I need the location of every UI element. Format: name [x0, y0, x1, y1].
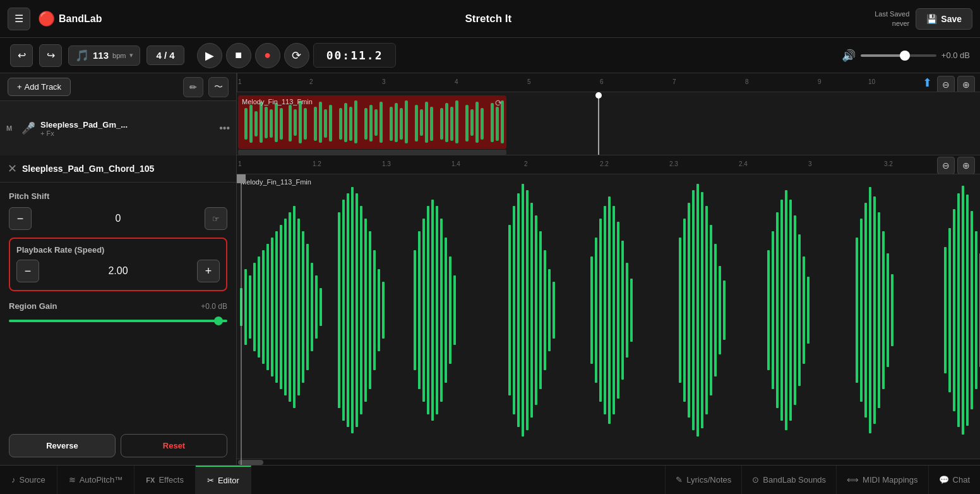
volume-db: +0.0 dB	[941, 51, 970, 60]
svg-rect-63	[338, 212, 340, 408]
svg-rect-17	[344, 103, 347, 142]
add-track-label: Add Track	[25, 82, 62, 92]
track-more-button[interactable]: •••	[219, 123, 230, 134]
tab-bandlab-sounds[interactable]: ⊙ BandLab Sounds	[741, 466, 836, 494]
reverse-button[interactable]: Reverse	[9, 434, 116, 457]
detail-ruler: 1 1.2 1.3 1.4 2 2.2 2.3 2.4 3 3.2 ⊖ ⊕	[237, 155, 980, 174]
overview-zoom-out-button[interactable]: ⊖	[937, 76, 955, 92]
svg-rect-74	[414, 250, 416, 370]
svg-rect-35	[455, 100, 458, 143]
region-gain-value: +0.0 dB	[201, 302, 227, 311]
svg-rect-70	[369, 231, 371, 389]
redo-button[interactable]: ↪	[39, 44, 62, 67]
svg-rect-108	[692, 190, 695, 430]
effects-label: Effects	[158, 475, 184, 485]
ruler-tick-3: 3	[382, 78, 386, 85]
track-type: M	[6, 124, 16, 132]
detail-tick-1.2: 1.2	[313, 160, 321, 167]
svg-rect-66	[351, 187, 354, 433]
tab-lyrics[interactable]: ✎ Lyrics/Notes	[665, 466, 741, 494]
svg-rect-94	[553, 282, 555, 339]
time-signature[interactable]: 4 / 4	[146, 45, 184, 65]
lyrics-label: Lyrics/Notes	[686, 475, 731, 485]
brand-logo-icon: 🔴	[38, 11, 55, 27]
playback-rate-controls: − 2.00 +	[16, 260, 220, 282]
reset-button[interactable]: Reset	[121, 434, 227, 457]
detail-zoom-out-button[interactable]: ⊖	[937, 157, 955, 174]
pitch-shift-value: 0	[37, 213, 200, 224]
svg-rect-31	[430, 107, 433, 141]
svg-rect-77	[427, 206, 429, 414]
svg-rect-124	[803, 256, 805, 364]
svg-rect-125	[807, 277, 810, 344]
svg-rect-4	[265, 107, 268, 138]
record-button[interactable]: ●	[255, 43, 280, 68]
svg-rect-30	[425, 102, 428, 143]
midi-icon: ⟺	[847, 475, 859, 485]
svg-rect-76	[422, 219, 425, 402]
ruler-tick-5: 5	[527, 78, 531, 85]
region-gain-slider[interactable]	[9, 320, 227, 322]
svg-rect-127	[860, 219, 863, 402]
svg-rect-47	[253, 263, 256, 351]
overview-zoom-in-button[interactable]: ⊕	[957, 76, 975, 92]
detail-panel: ✕ Sleepless_Pad_Gm_Chord_105 Pitch Shift…	[0, 155, 980, 465]
overview-clip[interactable]: Melody_Fin_113_Fmin ⟳	[238, 95, 506, 149]
svg-rect-85	[513, 206, 515, 414]
scroll-region-indicator	[238, 150, 506, 155]
svg-rect-21	[369, 105, 373, 142]
wave-tool-button[interactable]: 〜	[208, 77, 229, 97]
play-button[interactable]: ▶	[197, 43, 222, 68]
svg-rect-131	[878, 212, 880, 408]
editor-close-button[interactable]: ✕	[8, 162, 17, 176]
bottom-bar: ♪ Source ≋ AutoPitch™ FX Effects ✂ Edito…	[0, 465, 980, 494]
pitch-shift-decrease-button[interactable]: −	[9, 207, 32, 230]
tab-midi-mappings[interactable]: ⟺ MIDI Mappings	[836, 466, 928, 494]
tab-autopitch[interactable]: ≋ AutoPitch™	[57, 466, 135, 494]
detail-tick-3.2: 3.2	[884, 160, 893, 167]
undo-button[interactable]: ↩	[10, 44, 33, 67]
bpm-unit: bpm	[112, 52, 126, 59]
svg-rect-104	[630, 279, 633, 342]
svg-rect-64	[342, 200, 345, 421]
svg-rect-29	[420, 109, 423, 136]
stop-button[interactable]: ■	[226, 43, 251, 68]
playback-rate-decrease-button[interactable]: −	[16, 260, 39, 282]
loop-button[interactable]: ⟳	[284, 43, 309, 68]
detail-zoom-in-button[interactable]: ⊕	[957, 157, 975, 174]
detail-tick-3: 3	[808, 160, 812, 167]
svg-rect-113	[714, 244, 717, 377]
tab-source[interactable]: ♪ Source	[0, 466, 57, 494]
tab-editor[interactable]: ✂ Editor	[196, 466, 251, 494]
tab-chat[interactable]: 💬 Chat	[928, 466, 980, 494]
svg-rect-38	[475, 102, 479, 143]
svg-rect-55	[289, 212, 291, 402]
bpm-control[interactable]: 🎵 113 bpm ▾	[68, 45, 140, 66]
pencil-tool-button[interactable]: ✏	[183, 77, 203, 97]
svg-rect-41	[496, 107, 499, 141]
top-right-actions: Last Saved never 💾 Save	[875, 8, 972, 30]
svg-rect-111	[705, 206, 708, 414]
tab-effects[interactable]: FX Effects	[134, 466, 196, 494]
volume-slider[interactable]	[861, 54, 936, 57]
detail-tick-2.2: 2.2	[600, 160, 609, 167]
midi-label: MIDI Mappings	[863, 475, 917, 485]
menu-button[interactable]: ☰	[8, 8, 30, 30]
svg-rect-51	[271, 238, 273, 377]
detail-scrollbar[interactable]	[237, 459, 980, 465]
project-title: Stretch It	[109, 13, 867, 25]
save-button[interactable]: 💾 Save	[916, 8, 972, 30]
svg-rect-109	[696, 184, 699, 437]
svg-rect-88	[526, 190, 529, 430]
playback-rate-increase-button[interactable]: +	[197, 260, 220, 282]
pitch-shift-mode-button[interactable]: ☞	[205, 207, 227, 230]
svg-rect-133	[887, 253, 889, 367]
ruler-tick-8: 8	[745, 78, 749, 85]
pitch-shift-label: Pitch Shift	[9, 191, 227, 201]
ruler-tick-1: 1	[238, 78, 242, 85]
track-area: + Add Track ✏ 〜 M 🎤 Sleepless_Pad_Gm_...…	[0, 73, 980, 155]
svg-rect-5	[270, 109, 273, 138]
add-track-button[interactable]: + Add Track	[8, 78, 71, 96]
track-fx[interactable]: + Fx	[40, 130, 214, 137]
svg-rect-99	[608, 196, 611, 424]
